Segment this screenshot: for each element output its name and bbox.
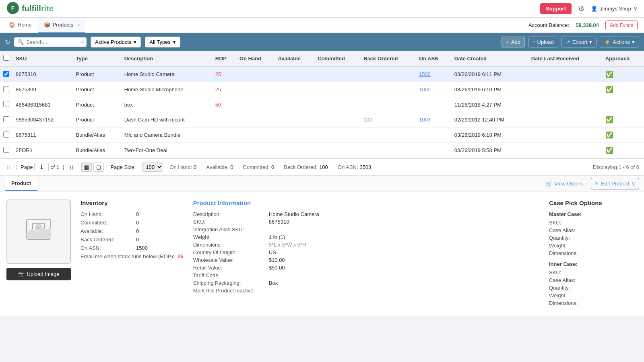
product-info-field-row: Retail Value:$50.00	[193, 265, 539, 271]
upload-label: Upload	[537, 39, 554, 45]
description-cell: Dash Cam HD with mount	[121, 112, 212, 128]
row-checkbox[interactable]	[3, 101, 9, 107]
table-row[interactable]: 8675311Bundle/AliasMic and Camera Bundle…	[0, 128, 644, 143]
type-cell: Product	[73, 82, 121, 97]
add-button[interactable]: + Add	[502, 37, 525, 47]
th-on-hand: On Hand	[236, 51, 275, 66]
inner-sku-label: SKU:	[549, 269, 585, 276]
export-button[interactable]: ↗ Export ▾	[561, 37, 597, 47]
back-ordered-cell[interactable]: 100	[360, 112, 416, 128]
prev-page-button[interactable]: ⟨	[14, 163, 19, 171]
page-number-input[interactable]	[34, 163, 49, 171]
row-checkbox[interactable]	[3, 132, 9, 138]
approved-check-icon: ✅	[605, 116, 613, 123]
tab-bar-right: Account Balance: $9,339.04 Add Funds	[528, 18, 641, 33]
master-weight-row: Weight:	[549, 243, 638, 249]
upload-image-button[interactable]: 📷 Upload Image	[6, 268, 71, 280]
type-cell: Bundle/Alias	[73, 128, 121, 143]
inv-on-asn-value: 1500	[136, 245, 148, 251]
inv-rop-label: Email me when stock runs below (ROP):	[80, 253, 174, 259]
field-label: Shipping Packaging:	[193, 280, 266, 286]
product-info-field-row: Shipping Packaging:Box	[193, 280, 539, 286]
list-view-button[interactable]: ▢	[93, 162, 104, 172]
on-hand-cell	[236, 128, 275, 143]
field-value: Box	[269, 280, 278, 286]
row-checkbox[interactable]	[3, 147, 9, 153]
field-label: SKU:	[193, 219, 266, 225]
user-avatar-icon: 👤	[591, 6, 597, 12]
on-asn-cell-link[interactable]: 1500	[419, 71, 431, 77]
gear-icon[interactable]: ⚙	[578, 4, 584, 13]
next-page-button[interactable]: ⟩	[61, 163, 66, 171]
table-row[interactable]: 8675310ProductHome Studio Camera25150003…	[0, 66, 644, 82]
back-ordered-cell-link[interactable]: 100	[363, 117, 372, 123]
on-asn-cell[interactable]: 1000	[416, 82, 451, 97]
inv-rop-value: 25	[178, 253, 183, 259]
search-input[interactable]	[26, 39, 78, 45]
on-asn-cell	[416, 128, 451, 143]
toolbar-left: ↻ 🔍 × Active Products ▾ All Types ▾	[5, 37, 180, 47]
toolbar-right: + Add ↑ Upload ↗ Export ▾ ⚡ Actions ▾	[502, 37, 639, 47]
th-type: Type	[73, 51, 121, 66]
inv-available-row: Available: 0	[80, 228, 184, 234]
product-info-title: Product Information	[193, 200, 539, 206]
upload-icon: ↑	[533, 39, 535, 45]
committed-cell	[314, 143, 360, 158]
description-cell: Home Studio Camera	[121, 66, 212, 82]
row-checkbox[interactable]	[3, 116, 9, 122]
first-page-button[interactable]: ⟨⟨	[5, 163, 12, 171]
add-funds-button[interactable]: Add Funds	[605, 21, 638, 30]
on-asn-cell-link[interactable]: 1003	[419, 117, 431, 123]
committed-cell	[314, 128, 360, 143]
back-ordered-cell	[360, 97, 416, 112]
stats-group: On Hand: 0 Available: 0 Committed: 0 Bac…	[169, 164, 371, 170]
actions-button[interactable]: ⚡ Actions ▾	[600, 37, 639, 47]
support-button[interactable]: Support	[540, 3, 572, 14]
approved-cell: ✅	[602, 143, 644, 158]
edit-product-button[interactable]: ✎ Edit Product ∨	[591, 178, 639, 189]
view-orders-button[interactable]: 🛒 View Orders	[543, 178, 586, 189]
inner-dim-row: Dimensions:	[549, 300, 638, 306]
inv-committed-row: Committed: 0	[80, 220, 184, 226]
field-value: 5*L x 5*W x 5*H	[269, 242, 306, 248]
table-row[interactable]: 9865900437152ProductDash Cam HD with mou…	[0, 112, 644, 128]
last-page-button[interactable]: ⟩⟩	[68, 163, 75, 171]
inner-weight-label: Weight:	[549, 292, 585, 298]
field-value: Home Studio Camera	[269, 211, 319, 217]
on-asn-cell-link[interactable]: 1000	[419, 86, 431, 93]
on-asn-cell[interactable]: 1500	[416, 66, 451, 82]
upload-button[interactable]: ↑ Upload	[528, 37, 558, 47]
master-sku-label: SKU:	[549, 220, 585, 226]
all-types-dropdown[interactable]: All Types ▾	[145, 37, 180, 47]
export-icon: ↗	[566, 39, 570, 45]
row-checkbox[interactable]	[3, 86, 9, 92]
select-all-checkbox[interactable]	[3, 55, 9, 61]
actions-icon: ⚡	[604, 39, 611, 45]
search-clear-icon[interactable]: ×	[81, 39, 84, 45]
table-row[interactable]: 486486315683Productbox5011/28/2018 4:27 …	[0, 97, 644, 112]
th-committed: Committed	[314, 51, 360, 66]
refresh-button[interactable]: ↻	[5, 38, 10, 46]
row-checkbox[interactable]	[3, 71, 9, 77]
th-approved: Approved	[602, 51, 644, 66]
product-image-box	[6, 200, 71, 264]
tab-products[interactable]: 📦 Products ×	[38, 18, 86, 33]
grid-view-button[interactable]: ▦	[81, 162, 92, 172]
back-ordered-cell	[360, 128, 416, 143]
table-row[interactable]: 8675309ProductHome Studio Microphone2510…	[0, 82, 644, 97]
page-size-select[interactable]: 100 50 25	[142, 162, 163, 172]
field-label: Retail Value:	[193, 265, 266, 271]
detail-tab-product[interactable]: Product	[5, 176, 37, 191]
tab-close-icon[interactable]: ×	[77, 23, 80, 27]
products-icon: 📦	[44, 22, 50, 28]
active-products-dropdown[interactable]: Active Products ▾	[91, 37, 141, 47]
field-label: Country Of Origin:	[193, 249, 266, 255]
table-row[interactable]: 2FOR1Bundle/AliasTwo-For-One Deal03/26/2…	[0, 143, 644, 158]
tab-home[interactable]: 🏠 Home	[3, 18, 37, 33]
user-menu[interactable]: 👤 Jimmys Shop ∨	[591, 6, 638, 12]
on-asn-cell[interactable]: 1003	[416, 112, 451, 128]
inv-committed-value: 0	[136, 220, 139, 226]
date-created-cell: 03/26/2019 6:11 PM	[451, 66, 528, 82]
approved-check-icon: ✅	[605, 147, 613, 154]
on-hand-cell	[236, 143, 275, 158]
